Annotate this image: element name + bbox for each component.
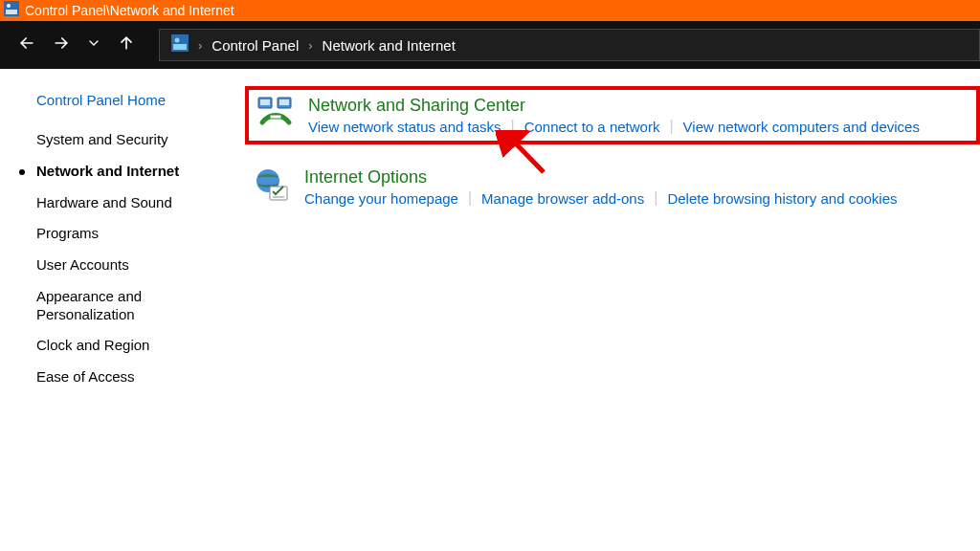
chevron-right-icon: › — [198, 38, 202, 53]
svg-point-5 — [175, 38, 180, 43]
task-link-change-homepage[interactable]: Change your homepage — [304, 190, 458, 207]
sidebar-item-programs[interactable]: Programs — [36, 225, 99, 243]
recent-locations-button[interactable] — [86, 35, 101, 55]
breadcrumb-item[interactable]: Network and Internet — [323, 37, 456, 54]
control-panel-home-link[interactable]: Control Panel Home — [36, 92, 166, 108]
separator: | — [654, 189, 657, 207]
category-internet-options: Internet Options Change your homepage | … — [245, 162, 980, 212]
back-button[interactable] — [17, 33, 36, 56]
address-bar[interactable]: › Control Panel › Network and Internet — [159, 29, 980, 61]
task-link-view-network-status[interactable]: View network status and tasks — [308, 119, 501, 135]
separator: | — [511, 118, 515, 135]
chevron-right-icon: › — [308, 38, 312, 53]
svg-point-2 — [7, 4, 11, 8]
sidebar-item-hardware-sound[interactable]: Hardware and Sound — [36, 194, 172, 212]
svg-rect-1 — [6, 10, 17, 14]
window-titlebar: Control Panel\Network and Internet — [0, 0, 980, 21]
forward-button[interactable] — [52, 33, 71, 56]
category-title-link[interactable]: Network and Sharing Center — [308, 96, 525, 115]
breadcrumb-item[interactable]: Control Panel — [212, 37, 299, 54]
internet-options-icon[interactable] — [253, 167, 291, 206]
category-network-sharing-center: Network and Sharing Center View network … — [245, 86, 980, 144]
up-button[interactable] — [117, 33, 136, 56]
svg-rect-9 — [279, 99, 289, 105]
sidebar-item-system-security[interactable]: System and Security — [36, 131, 168, 149]
sidebar-item-ease-of-access[interactable]: Ease of Access — [36, 368, 135, 386]
sidebar-item-user-accounts[interactable]: User Accounts — [36, 256, 129, 275]
svg-rect-10 — [270, 115, 281, 119]
svg-rect-12 — [270, 187, 287, 200]
task-link-delete-browsing-history[interactable]: Delete browsing history and cookies — [667, 190, 897, 207]
sidebar-item-network-internet[interactable]: Network and Internet — [36, 163, 179, 181]
task-link-manage-addons[interactable]: Manage browser add-ons — [481, 190, 644, 207]
sidebar: Control Panel Home System and Security N… — [0, 69, 245, 551]
separator: | — [669, 118, 673, 135]
svg-rect-4 — [173, 44, 187, 50]
sidebar-item-clock-region[interactable]: Clock and Region — [36, 337, 149, 355]
task-link-connect-network[interactable]: Connect to a network — [524, 119, 660, 135]
control-panel-icon — [4, 1, 19, 20]
category-title-link[interactable]: Internet Options — [304, 167, 427, 187]
navigation-toolbar: › Control Panel › Network and Internet — [0, 21, 980, 69]
control-panel-icon — [171, 34, 189, 55]
separator: | — [468, 189, 472, 207]
window-title: Control Panel\Network and Internet — [25, 3, 234, 18]
main-content: Network and Sharing Center View network … — [245, 69, 980, 551]
svg-rect-7 — [260, 99, 270, 105]
task-link-view-network-computers[interactable]: View network computers and devices — [683, 119, 920, 135]
network-sharing-icon[interactable] — [256, 96, 295, 134]
sidebar-item-appearance-personalization[interactable]: Appearance and Personalization — [36, 288, 230, 324]
